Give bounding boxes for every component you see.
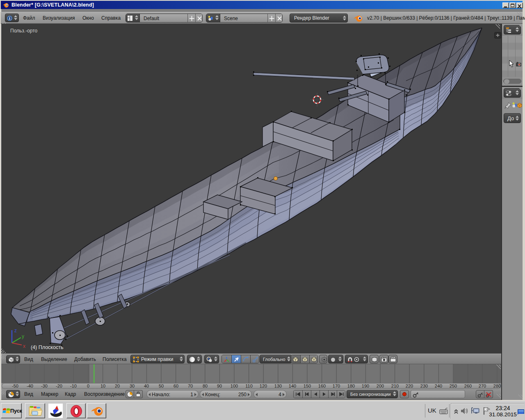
svg-text:y: y [22,333,24,339]
svg-text:i: i [9,16,10,21]
svg-text:z: z [14,328,17,333]
svg-text:x: x [23,343,25,349]
